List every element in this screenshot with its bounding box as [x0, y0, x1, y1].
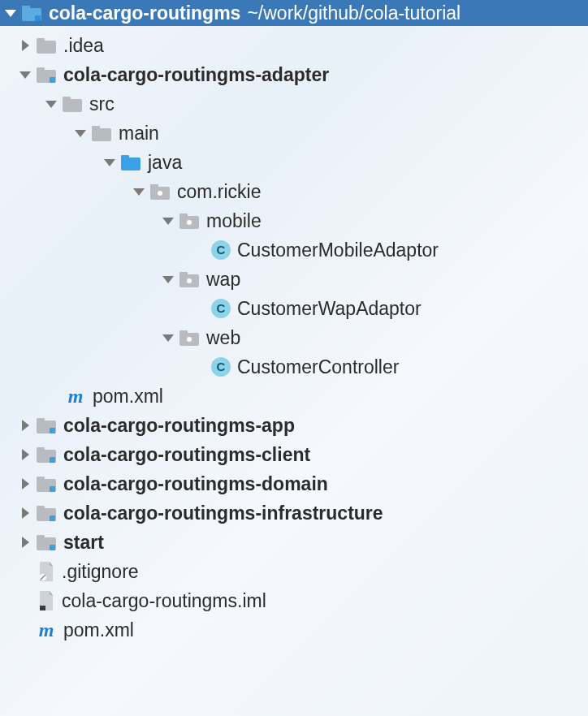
svg-rect-11: [92, 128, 111, 141]
svg-rect-28: [50, 428, 55, 433]
tree-item-root-pom[interactable]: m pom.xml: [0, 615, 588, 645]
chevron-right-icon: [18, 506, 32, 520]
svg-rect-40: [50, 545, 55, 550]
chevron-right-icon: [18, 38, 32, 53]
tree-label: java: [148, 148, 182, 177]
svg-point-16: [158, 191, 162, 196]
class-icon: C: [211, 240, 231, 260]
tree-item-wap[interactable]: wap: [0, 265, 588, 294]
class-icon: C: [211, 299, 231, 318]
svg-rect-31: [50, 457, 55, 463]
svg-rect-9: [63, 99, 82, 112]
project-header[interactable]: cola-cargo-routingms ~/work/github/cola-…: [0, 0, 588, 26]
tree-label: cola-cargo-routingms-app: [63, 411, 295, 440]
module-folder-icon: [36, 504, 57, 522]
folder-icon: [91, 124, 112, 142]
tree-item-web[interactable]: web: [0, 323, 588, 352]
chevron-down-icon: [102, 155, 117, 170]
chevron-down-icon: [5, 10, 16, 17]
tree-item-adapter[interactable]: cola-cargo-routingms-adapter: [0, 60, 588, 89]
folder-icon: [62, 95, 83, 113]
project-tree: .idea cola-cargo-routingms-adapter src m…: [0, 26, 588, 645]
chevron-right-icon: [18, 477, 32, 491]
package-icon: [149, 183, 171, 201]
package-icon: [179, 270, 200, 288]
tree-label: com.rickie: [177, 177, 262, 206]
tree-item-mobile[interactable]: mobile: [0, 206, 588, 235]
tree-item-domain[interactable]: cola-cargo-routingms-domain: [0, 469, 588, 498]
tree-item-adapter-pom[interactable]: m pom.xml: [0, 382, 588, 411]
tree-item-main[interactable]: main: [0, 119, 588, 148]
svg-rect-2: [35, 15, 41, 21]
tree-item-package[interactable]: com.rickie: [0, 177, 588, 206]
folder-icon: [36, 37, 57, 54]
tree-label: start: [63, 528, 104, 557]
package-icon: [179, 329, 200, 347]
tree-item-class-wap[interactable]: C CustomerWapAdaptor: [0, 294, 588, 323]
tree-label: pom.xml: [63, 615, 134, 645]
chevron-right-icon: [18, 447, 32, 462]
chevron-right-icon: [18, 535, 32, 550]
tree-label: src: [89, 89, 115, 119]
tree-item-gitignore[interactable]: .gitignore: [0, 557, 588, 586]
tree-item-idea[interactable]: .idea: [0, 31, 588, 60]
module-folder-icon: [36, 475, 57, 493]
tree-item-class-mobile[interactable]: C CustomerMobileAdaptor: [0, 235, 588, 265]
tree-label: CustomerMobileAdaptor: [237, 235, 439, 265]
tree-label: cola-cargo-routingms-infrastructure: [63, 498, 383, 528]
tree-label: .idea: [63, 31, 104, 60]
svg-rect-7: [50, 77, 55, 83]
chevron-down-icon: [161, 214, 175, 228]
maven-icon: m: [36, 615, 57, 645]
chevron-down-icon: [73, 126, 88, 140]
tree-item-infrastructure[interactable]: cola-cargo-routingms-infrastructure: [0, 498, 588, 528]
svg-rect-34: [50, 486, 55, 492]
project-path: ~/work/github/cola-tutorial: [247, 2, 460, 24]
tree-item-iml[interactable]: cola-cargo-routingms.iml: [0, 586, 588, 615]
tree-label: CustomerController: [237, 352, 399, 382]
tree-label: cola-cargo-routingms.iml: [62, 586, 266, 615]
tree-label: web: [206, 323, 240, 352]
svg-rect-4: [37, 41, 56, 54]
file-icon: [37, 591, 55, 610]
tree-label: main: [119, 119, 159, 148]
tree-label: cola-cargo-routingms-domain: [63, 469, 328, 498]
tree-item-java[interactable]: java: [0, 148, 588, 177]
tree-item-start[interactable]: start: [0, 528, 588, 557]
class-icon: C: [211, 357, 231, 377]
file-icon: [37, 562, 55, 581]
tree-label: cola-cargo-routingms-adapter: [63, 60, 329, 89]
tree-label: mobile: [206, 206, 262, 235]
svg-point-22: [187, 278, 192, 283]
module-folder-icon: [21, 4, 42, 22]
chevron-down-icon: [44, 97, 58, 111]
chevron-right-icon: [18, 418, 32, 433]
chevron-down-icon: [18, 67, 32, 82]
package-icon: [179, 212, 200, 230]
tree-label: cola-cargo-routingms-client: [63, 440, 310, 469]
module-folder-icon: [36, 66, 57, 84]
source-folder-icon: [120, 153, 141, 171]
module-folder-icon: [36, 446, 57, 464]
svg-rect-13: [121, 157, 141, 170]
svg-point-19: [187, 220, 192, 225]
tree-label: wap: [206, 265, 240, 294]
chevron-down-icon: [161, 272, 175, 287]
maven-icon: m: [65, 382, 86, 411]
tree-label: pom.xml: [93, 382, 163, 411]
tree-label: CustomerWapAdaptor: [237, 294, 422, 323]
module-folder-icon: [36, 533, 57, 551]
chevron-down-icon: [132, 184, 146, 199]
tree-label: .gitignore: [62, 557, 139, 586]
tree-item-app[interactable]: cola-cargo-routingms-app: [0, 411, 588, 440]
module-folder-icon: [36, 416, 57, 434]
project-name: cola-cargo-routingms: [49, 2, 240, 24]
tree-item-class-web[interactable]: C CustomerController: [0, 352, 588, 382]
svg-rect-43: [40, 606, 45, 610]
tree-item-src[interactable]: src: [0, 89, 588, 119]
chevron-down-icon: [161, 330, 175, 345]
tree-item-client[interactable]: cola-cargo-routingms-client: [0, 440, 588, 469]
svg-rect-37: [50, 515, 55, 521]
svg-point-25: [187, 337, 192, 342]
